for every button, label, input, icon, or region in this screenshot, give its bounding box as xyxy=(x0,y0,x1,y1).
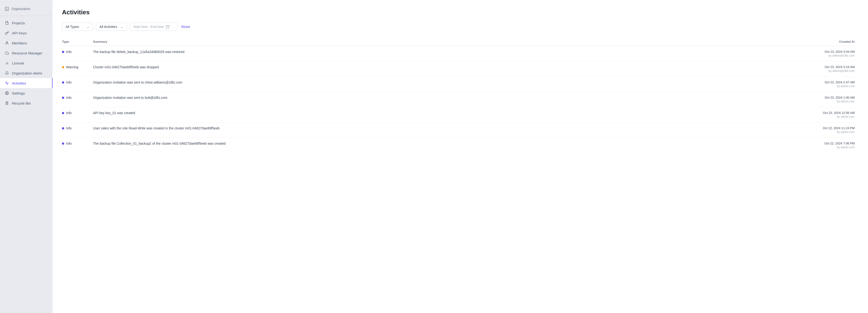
sidebar-item-members[interactable]: Members xyxy=(0,38,53,48)
type-label: Info xyxy=(66,126,71,130)
activities-table: Type Summary Created At Info The backup … xyxy=(62,37,859,153)
summary-cell: The backup file Collection_01_backup2 of… xyxy=(93,138,806,153)
sidebar-item-label: Activities xyxy=(12,81,26,85)
sidebar-item-label: Projects xyxy=(12,21,25,25)
gear-icon xyxy=(5,91,9,95)
chart-icon xyxy=(5,61,9,65)
info-dot-icon xyxy=(62,127,64,130)
created-date: Oct 23, 2024 3:19 AM xyxy=(806,65,855,69)
created-by: by admin@zilliz.com xyxy=(806,69,855,73)
file-icon xyxy=(5,21,9,25)
col-header-created-at: Created At xyxy=(806,37,859,46)
created-by: by admin.com xyxy=(806,100,855,103)
summary-cell: Cluster in01-046270ae89f5eeb was dropped xyxy=(93,61,806,77)
org-section: Organization xyxy=(0,4,53,16)
created-by: by admin@zilliz.com xyxy=(806,54,855,57)
type-cell: Info xyxy=(62,46,93,61)
created-at-cell: Oct 23, 2024 3:34 AM by admin@zilliz.com xyxy=(806,46,859,61)
sidebar-item-label: Organization Alerts xyxy=(12,71,42,75)
svg-rect-0 xyxy=(5,7,8,10)
created-at-cell: Oct 23, 2024 1:00 AM by admin.com xyxy=(806,92,859,107)
reset-button[interactable]: Reset xyxy=(180,23,191,31)
table-row: Info Organization invitation was sent to… xyxy=(62,77,859,92)
sidebar-item-label: License xyxy=(12,61,24,65)
type-filter[interactable]: All Types ⌄ xyxy=(62,23,93,31)
sidebar-item-recycle-bin[interactable]: Recycle Bin xyxy=(0,98,53,108)
date-filter[interactable]: Start time - End time xyxy=(130,23,178,31)
table-row: Info Organization invitation was sent to… xyxy=(62,92,859,107)
table-row: Info User sales with the role Read-Write… xyxy=(62,122,859,138)
type-label: Warning xyxy=(66,65,79,69)
svg-point-5 xyxy=(6,93,7,93)
filters-row: All Types ⌄ All Activities ⌄ Start time … xyxy=(62,23,859,31)
table-row: Warning Cluster in01-046270ae89f5eeb was… xyxy=(62,61,859,77)
col-header-type: Type xyxy=(62,37,93,46)
user-icon xyxy=(5,41,9,45)
table-row: Info API key key_01 was created Oct 23, … xyxy=(62,107,859,122)
summary-cell: Organization invitation was sent to bob@… xyxy=(93,92,806,107)
key-icon xyxy=(5,31,9,35)
info-dot-icon xyxy=(62,97,64,99)
created-by: by admin.com xyxy=(806,146,855,149)
sidebar-item-label: Members xyxy=(12,41,27,45)
type-label: Info xyxy=(66,81,71,84)
sidebar-item-label: API Keys xyxy=(12,31,27,35)
cloud-icon xyxy=(5,51,9,55)
sidebar-item-label: Recycle Bin xyxy=(12,101,31,105)
sidebar-item-license[interactable]: License xyxy=(0,58,53,68)
activity-filter-label: All Activities xyxy=(99,25,117,29)
summary-cell: API key key_01 was created xyxy=(93,107,806,122)
trash-icon xyxy=(5,101,9,105)
created-date: Oct 23, 2024 3:34 AM xyxy=(806,50,855,54)
type-cell: Info xyxy=(62,138,93,153)
bell-icon xyxy=(5,71,9,75)
col-header-summary: Summary xyxy=(93,37,806,46)
summary-cell: The backup file delete_backup_11a5a34d60… xyxy=(93,46,806,61)
chevron-down-icon: ⌄ xyxy=(87,25,89,29)
calendar-icon xyxy=(166,25,169,29)
sidebar: Organization Projects API Keys Members xyxy=(0,0,53,313)
type-label: Info xyxy=(66,96,71,99)
created-at-cell: Oct 23, 2024 2:47 AM by admin.com xyxy=(806,77,859,92)
created-date: Oct 23, 2024 1:00 AM xyxy=(806,96,855,99)
org-label: Organization xyxy=(11,7,30,11)
created-date: Oct 22, 2024 11:24 PM xyxy=(806,126,855,130)
created-date: Oct 23, 2024 2:47 AM xyxy=(806,81,855,84)
info-dot-icon xyxy=(62,51,64,53)
type-cell: Info xyxy=(62,92,93,107)
type-cell: Info xyxy=(62,107,93,122)
sidebar-item-projects[interactable]: Projects xyxy=(0,18,53,28)
sidebar-item-settings[interactable]: Settings xyxy=(0,88,53,98)
info-dot-icon xyxy=(62,81,64,84)
created-date: Oct 22, 2024 7:06 PM xyxy=(806,142,855,145)
type-label: Info xyxy=(66,111,71,115)
sidebar-item-api-keys[interactable]: API Keys xyxy=(0,28,53,38)
type-label: Info xyxy=(66,50,71,54)
activity-icon xyxy=(5,81,9,85)
activity-filter[interactable]: All Activities ⌄ xyxy=(96,23,127,31)
svg-rect-6 xyxy=(166,26,169,28)
created-at-cell: Oct 22, 2024 11:24 PM by admin.com xyxy=(806,122,859,138)
building-icon xyxy=(5,7,9,11)
chevron-down-icon: ⌄ xyxy=(120,25,123,29)
created-at-cell: Oct 22, 2024 7:06 PM by admin.com xyxy=(806,138,859,153)
created-by: by admin.com xyxy=(806,130,855,134)
sidebar-item-organization-alerts[interactable]: Organization Alerts xyxy=(0,68,53,78)
sidebar-item-activities[interactable]: Activities xyxy=(0,78,53,88)
warning-dot-icon xyxy=(62,66,64,68)
created-at-cell: Oct 23, 2024 3:19 AM by admin@zilliz.com xyxy=(806,61,859,77)
sidebar-item-label: Resource Manager xyxy=(12,51,42,55)
created-by: by admin.com xyxy=(806,85,855,88)
type-cell: Info xyxy=(62,77,93,92)
date-filter-placeholder: Start time - End time xyxy=(133,25,164,29)
type-cell: Info xyxy=(62,122,93,138)
main-content: Activities All Types ⌄ All Activities ⌄ … xyxy=(53,0,868,313)
sidebar-item-label: Settings xyxy=(12,91,25,95)
info-dot-icon xyxy=(62,112,64,114)
sidebar-item-resource-manager[interactable]: Resource Manager xyxy=(0,48,53,58)
summary-cell: User sales with the role Read-Write was … xyxy=(93,122,806,138)
table-row: Info The backup file delete_backup_11a5a… xyxy=(62,46,859,61)
svg-point-1 xyxy=(6,41,7,43)
created-at-cell: Oct 23, 2024 12:56 AM by admin.com xyxy=(806,107,859,122)
table-row: Info The backup file Collection_01_backu… xyxy=(62,138,859,153)
